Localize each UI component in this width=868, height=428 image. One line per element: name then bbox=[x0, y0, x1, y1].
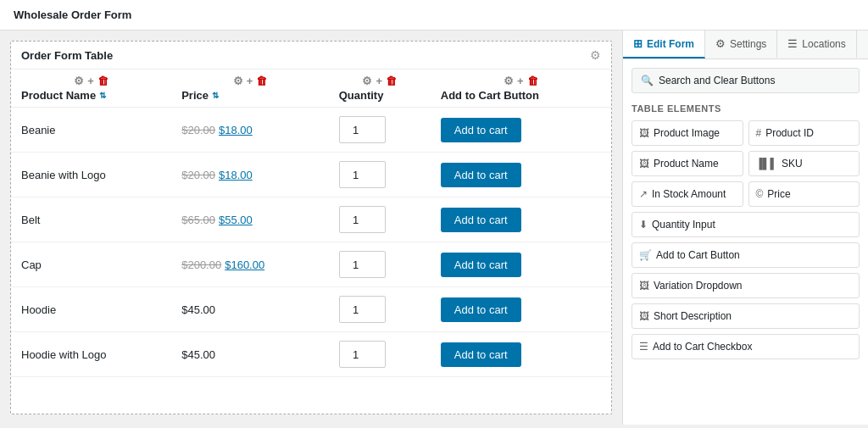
add-to-cart-button[interactable]: Add to cart bbox=[441, 163, 521, 187]
product-image-icon: 🖼 bbox=[639, 127, 649, 139]
table-row: Cap$200.00$160.00Add to cart bbox=[11, 242, 611, 287]
element-item-short-description[interactable]: 🖼Short Description bbox=[632, 303, 860, 329]
col-add-icon-product-name[interactable]: + bbox=[87, 75, 94, 87]
table-row: Beanie with Logo$20.00$18.00Add to cart bbox=[11, 153, 611, 197]
col-actions-product-name: ⚙ + 🗑 bbox=[21, 75, 161, 87]
tab-locations-icon: ☰ bbox=[787, 37, 798, 50]
product-price-cell: $20.00$18.00 bbox=[171, 153, 328, 197]
product-qty-cell bbox=[329, 242, 431, 287]
table-container: ⚙ + 🗑 Product Name ⇅ bbox=[11, 69, 611, 408]
left-panel: Order Form Table ⚙ ⚙ + bbox=[0, 31, 622, 425]
col-delete-icon-product-name[interactable]: 🗑 bbox=[97, 75, 108, 87]
product-name-icon: 🖼 bbox=[639, 158, 649, 170]
element-item-product-id[interactable]: #Product ID bbox=[748, 120, 860, 146]
top-bar: Wholesale Order Form bbox=[0, 0, 868, 31]
product-price-cell: $45.00 bbox=[171, 332, 328, 377]
col-header-price: ⚙ + 🗑 Price ⇅ bbox=[171, 69, 328, 108]
product-image-label: Product Image bbox=[654, 127, 720, 139]
product-cart-cell: Add to cart bbox=[431, 108, 611, 153]
sort-icon-product-name[interactable]: ⇅ bbox=[99, 91, 106, 100]
table-elements-heading: TABLE ELEMENTS bbox=[632, 103, 860, 114]
col-gear-icon-quantity[interactable]: ⚙ bbox=[362, 75, 372, 87]
in-stock-amount-icon: ↗ bbox=[639, 188, 648, 200]
add-to-cart-checkbox-label: Add to Cart Checkbox bbox=[653, 341, 752, 353]
product-name: Belt bbox=[21, 214, 40, 226]
add-to-cart-button-label: Add to Cart Button bbox=[656, 249, 740, 261]
table-row: Belt$65.00$55.00Add to cart bbox=[11, 197, 611, 242]
product-name-label: Product Name bbox=[654, 158, 719, 170]
search-clear-label: Search and Clear Buttons bbox=[659, 75, 775, 86]
add-to-cart-button[interactable]: Add to cart bbox=[441, 253, 521, 277]
quantity-input[interactable] bbox=[339, 341, 386, 368]
element-item-product-image[interactable]: 🖼Product Image bbox=[632, 120, 743, 146]
product-name: Hoodie with Logo bbox=[21, 348, 106, 361]
col-add-icon-price[interactable]: + bbox=[247, 75, 253, 87]
tab-locations[interactable]: ☰ Locations bbox=[777, 31, 856, 58]
add-to-cart-button[interactable]: Add to cart bbox=[441, 342, 521, 367]
price-sale[interactable]: $18.00 bbox=[219, 169, 253, 181]
product-qty-cell bbox=[329, 287, 431, 332]
col-gear-icon-product-name[interactable]: ⚙ bbox=[74, 75, 84, 87]
sort-icon-price[interactable]: ⇅ bbox=[212, 91, 219, 100]
tab-edit-form-icon: ⊞ bbox=[633, 37, 643, 50]
add-to-cart-button[interactable]: Add to cart bbox=[441, 118, 521, 142]
quantity-input[interactable] bbox=[339, 116, 386, 143]
price-sale[interactable]: $55.00 bbox=[219, 214, 253, 226]
short-description-label: Short Description bbox=[654, 310, 732, 322]
add-to-cart-button[interactable]: Add to cart bbox=[441, 208, 521, 232]
col-delete-icon-quantity[interactable]: 🗑 bbox=[386, 75, 397, 87]
order-form-table: ⚙ + 🗑 Product Name ⇅ bbox=[11, 69, 611, 377]
right-panel-content: 🔍 Search and Clear Buttons TABLE ELEMENT… bbox=[623, 59, 868, 425]
product-qty-cell bbox=[329, 332, 431, 377]
col-add-icon-quantity[interactable]: + bbox=[376, 75, 382, 87]
col-delete-icon-add-to-cart[interactable]: 🗑 bbox=[527, 75, 538, 87]
element-item-in-stock-amount[interactable]: ↗In Stock Amount bbox=[632, 181, 743, 207]
col-gear-icon-add-to-cart[interactable]: ⚙ bbox=[504, 75, 514, 87]
product-name: Beanie bbox=[21, 124, 55, 136]
element-item-quantity-input[interactable]: ⬇Quantity Input bbox=[632, 212, 860, 237]
col-header-product-name: ⚙ + 🗑 Product Name ⇅ bbox=[11, 69, 171, 108]
in-stock-amount-label: In Stock Amount bbox=[652, 188, 726, 200]
add-to-cart-button-icon: 🛒 bbox=[639, 249, 652, 261]
element-item-price[interactable]: ©Price bbox=[748, 181, 860, 207]
price-regular: $45.00 bbox=[181, 303, 215, 316]
tab-settings[interactable]: ⚙ Settings bbox=[705, 31, 777, 58]
right-panel-tabs: ⊞ Edit Form ⚙ Settings ☰ Locations bbox=[623, 31, 868, 59]
price-regular: $45.00 bbox=[181, 348, 215, 361]
section-gear-icon[interactable]: ⚙ bbox=[590, 48, 601, 62]
col-label-product-name: Product Name ⇅ bbox=[21, 89, 161, 102]
element-item-add-to-cart-button[interactable]: 🛒Add to Cart Button bbox=[632, 242, 860, 268]
table-row: Hoodie$45.00Add to cart bbox=[11, 287, 611, 332]
product-qty-cell bbox=[329, 108, 431, 153]
product-qty-cell bbox=[329, 153, 431, 197]
element-item-product-name[interactable]: 🖼Product Name bbox=[632, 151, 743, 176]
element-item-sku[interactable]: ▐▌▌SKU bbox=[748, 151, 860, 176]
search-and-clear-button[interactable]: 🔍 Search and Clear Buttons bbox=[632, 68, 860, 93]
col-header-add-to-cart: ⚙ + 🗑 Add to Cart Button bbox=[431, 69, 611, 108]
col-gear-icon-price[interactable]: ⚙ bbox=[233, 75, 243, 87]
product-id-label: Product ID bbox=[765, 127, 814, 139]
element-item-variation-dropdown[interactable]: 🖼Variation Dropdown bbox=[632, 273, 860, 298]
quantity-input[interactable] bbox=[339, 251, 386, 278]
product-cart-cell: Add to cart bbox=[431, 153, 611, 197]
quantity-input[interactable] bbox=[339, 161, 386, 188]
tab-edit-form[interactable]: ⊞ Edit Form bbox=[623, 31, 705, 58]
product-price-cell: $200.00$160.00 bbox=[171, 242, 328, 287]
element-item-add-to-cart-checkbox[interactable]: ☰Add to Cart Checkbox bbox=[632, 334, 860, 359]
price-sale[interactable]: $160.00 bbox=[225, 258, 264, 271]
form-section-header: Order Form Table ⚙ bbox=[11, 42, 611, 69]
main-content: Order Form Table ⚙ ⚙ + bbox=[0, 31, 868, 425]
product-name: Beanie with Logo bbox=[21, 169, 106, 181]
quantity-input[interactable] bbox=[339, 206, 386, 233]
variation-dropdown-label: Variation Dropdown bbox=[654, 280, 743, 292]
product-name-cell: Hoodie bbox=[11, 287, 171, 332]
price-original: $200.00 bbox=[181, 258, 221, 271]
col-add-icon-add-to-cart[interactable]: + bbox=[517, 75, 524, 87]
price-sale[interactable]: $18.00 bbox=[219, 124, 253, 136]
product-price-cell: $65.00$55.00 bbox=[171, 197, 328, 242]
product-cart-cell: Add to cart bbox=[431, 242, 611, 287]
col-delete-icon-price[interactable]: 🗑 bbox=[256, 75, 267, 87]
variation-dropdown-icon: 🖼 bbox=[639, 280, 649, 292]
add-to-cart-button[interactable]: Add to cart bbox=[441, 297, 521, 322]
quantity-input[interactable] bbox=[339, 296, 386, 323]
